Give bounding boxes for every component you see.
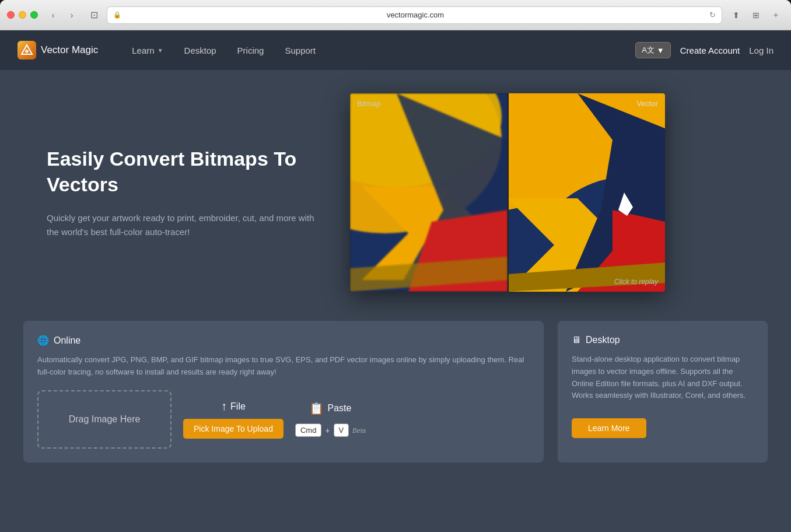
paste-clipboard-icon: 📋 <box>309 401 324 415</box>
navbar: Vector Magic Learn ▼ Desktop Pricing Sup… <box>0 30 791 70</box>
file-label: File <box>230 401 246 412</box>
desktop-section: 🖥 Desktop Stand-alone desktop applicatio… <box>558 321 768 463</box>
nav-learn[interactable]: Learn ▼ <box>121 30 173 70</box>
online-label: Online <box>54 335 80 346</box>
learn-dropdown-arrow: ▼ <box>158 47 163 54</box>
vector-label: Vector <box>636 99 658 108</box>
login-button[interactable]: Log In <box>749 46 774 55</box>
share-button[interactable]: ⬆ <box>728 8 744 23</box>
online-section-header: 🌐 Online <box>37 335 530 346</box>
nav-desktop[interactable]: Desktop <box>174 30 227 70</box>
add-tab-button[interactable]: ⊞ <box>748 8 764 23</box>
url-display: vectormagic.com <box>125 10 706 19</box>
drag-drop-text: Drag Image Here <box>69 414 141 425</box>
desktop-section-header: 🖥 Desktop <box>572 335 754 345</box>
comparison-image[interactable]: Bitmap Vector Click to replay <box>350 93 665 292</box>
monitor-icon: 🖥 <box>572 335 581 345</box>
logo-area[interactable]: Vector Magic <box>18 41 98 60</box>
beta-badge: Beta <box>352 427 366 434</box>
logo-text: Vector Magic <box>41 44 98 56</box>
logo-icon <box>18 41 36 60</box>
drag-drop-box[interactable]: Drag Image Here <box>37 390 172 449</box>
language-button[interactable]: A文 ▼ <box>635 42 671 58</box>
tab-switcher-button[interactable]: ⊡ <box>86 8 102 23</box>
nav-links: Learn ▼ Desktop Pricing Support <box>121 30 635 70</box>
file-upload-area: ↑ File Pick Image To Upload <box>183 400 284 439</box>
desktop-description: Stand-alone desktop application to conve… <box>572 354 754 402</box>
lang-dropdown-arrow: ▼ <box>657 46 664 55</box>
nav-right: A文 ▼ Create Account Log In <box>635 42 774 58</box>
nav-support[interactable]: Support <box>274 30 326 70</box>
v-key: V <box>334 424 349 437</box>
cmd-key: Cmd <box>295 424 321 437</box>
click-replay-label: Click to replay <box>614 278 658 286</box>
divider-line <box>508 93 509 292</box>
file-icon-area: ↑ File <box>221 400 246 413</box>
learn-more-button[interactable]: Learn More <box>572 418 646 438</box>
paste-icon-area: 📋 Paste <box>309 401 351 415</box>
nav-pricing[interactable]: Pricing <box>227 30 275 70</box>
traffic-lights <box>7 11 38 19</box>
forward-button[interactable]: › <box>64 8 80 23</box>
pick-image-button[interactable]: Pick Image To Upload <box>183 419 284 439</box>
paste-shortcut: Cmd + V Beta <box>295 424 366 437</box>
upload-area: Drag Image Here ↑ File Pick Image To Upl… <box>37 390 530 449</box>
svg-point-1 <box>25 50 29 53</box>
refresh-button[interactable]: ↻ <box>709 10 716 19</box>
plus-sign: + <box>325 426 330 435</box>
create-account-button[interactable]: Create Account <box>680 46 740 55</box>
extensions-button[interactable]: ＋ <box>768 8 784 23</box>
browser-titlebar: ‹ › ⊡ 🔒 vectormagic.com ↻ ⬆ ⊞ ＋ <box>0 0 791 30</box>
vector-side <box>508 93 665 292</box>
website: Vector Magic Learn ▼ Desktop Pricing Sup… <box>0 30 791 532</box>
hero-image-container[interactable]: Bitmap Vector Click to replay <box>350 93 665 292</box>
address-bar[interactable]: 🔒 vectormagic.com ↻ <box>107 6 722 24</box>
paste-label: Paste <box>327 403 351 414</box>
globe-icon: 🌐 <box>37 335 49 346</box>
maximize-button[interactable] <box>30 11 38 19</box>
lock-icon: 🔒 <box>113 11 121 19</box>
hero-title: Easily Convert Bitmaps To Vectors <box>47 146 315 197</box>
bitmap-label: Bitmap <box>357 99 380 108</box>
hero-section: Easily Convert Bitmaps To Vectors Quickl… <box>0 70 791 315</box>
online-section: 🌐 Online Automatically convert JPG, PNG,… <box>23 321 544 463</box>
back-button[interactable]: ‹ <box>45 8 61 23</box>
close-button[interactable] <box>7 11 15 19</box>
browser-nav: ‹ › <box>45 8 80 23</box>
hero-description: Quickly get your artwork ready to print,… <box>47 211 315 239</box>
desktop-label: Desktop <box>586 335 620 345</box>
browser-actions: ⬆ ⊞ ＋ <box>728 8 784 23</box>
upload-arrow-icon: ↑ <box>221 400 227 413</box>
bottom-sections: 🌐 Online Automatically convert JPG, PNG,… <box>0 321 791 463</box>
hero-text: Easily Convert Bitmaps To Vectors Quickl… <box>47 146 315 239</box>
bitmap-side <box>350 93 508 292</box>
online-description: Automatically convert JPG, PNG, BMP, and… <box>37 354 530 379</box>
minimize-button[interactable] <box>19 11 26 19</box>
browser-chrome: ‹ › ⊡ 🔒 vectormagic.com ↻ ⬆ ⊞ ＋ <box>0 0 791 30</box>
paste-area: 📋 Paste Cmd + V Beta <box>295 401 366 437</box>
